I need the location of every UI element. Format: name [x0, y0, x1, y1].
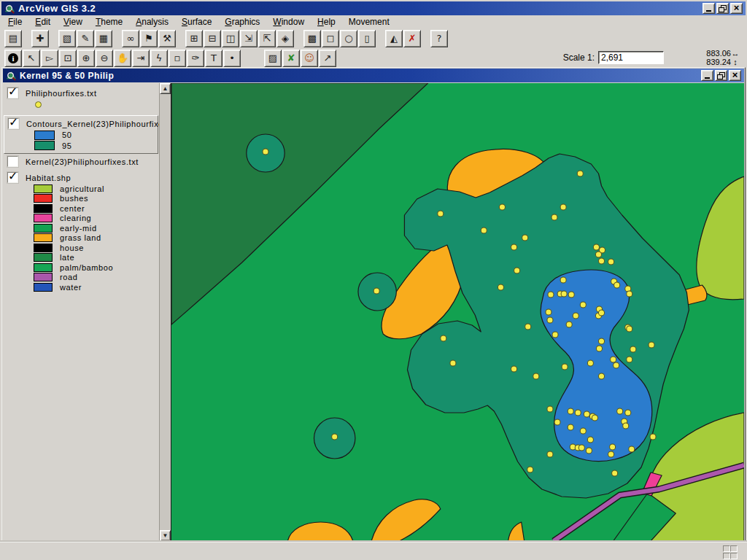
- draw-point-tool[interactable]: •: [223, 50, 241, 67]
- zoom-out-tool[interactable]: ⊖: [96, 50, 113, 67]
- delete-graphics-button[interactable]: ✗: [403, 30, 421, 47]
- view-restore-button[interactable]: [715, 70, 727, 81]
- zoom-selected-button[interactable]: ◫: [222, 30, 239, 47]
- map-drawing: [171, 83, 744, 541]
- menu-item-theme[interactable]: Theme: [89, 16, 129, 28]
- movement-face-tool[interactable]: ☺: [301, 50, 318, 67]
- fix-point: [617, 408, 623, 414]
- zoom-in-fixed-button[interactable]: ⇲: [240, 30, 258, 47]
- view-minimize-button[interactable]: [701, 70, 713, 81]
- view-titlebar[interactable]: Kernel 95 & 50 Philip: [3, 69, 744, 82]
- theme-checkbox[interactable]: [7, 156, 18, 167]
- color-swatch: [34, 204, 53, 213]
- legend-theme-kernel-23-philiphourfixes-txt: Kernel(23)Philiphourfixes.txt: [4, 154, 158, 170]
- legend-class-row: house: [34, 243, 156, 253]
- minimize-button[interactable]: [703, 3, 715, 14]
- color-swatch: [34, 253, 53, 262]
- zoom-out-fixed-button[interactable]: ⇱: [258, 30, 276, 47]
- restore-button[interactable]: [716, 3, 729, 14]
- view-close-button[interactable]: [729, 70, 741, 81]
- fix-point: [650, 434, 656, 440]
- movement-path-tool[interactable]: ↗: [319, 50, 336, 67]
- menu-item-view[interactable]: View: [57, 16, 89, 28]
- menu-item-file[interactable]: File: [1, 16, 28, 28]
- theme-checkbox[interactable]: ✓: [7, 88, 18, 98]
- class-label: bushes: [60, 194, 88, 203]
- edit-legend-button[interactable]: ✎: [77, 30, 94, 47]
- menu-item-analysis[interactable]: Analysis: [129, 16, 175, 28]
- legend-class-row: early-mid: [34, 223, 156, 233]
- help-pointer-button[interactable]: ?: [430, 30, 448, 47]
- vertex-edit-tool[interactable]: ▻: [41, 50, 58, 67]
- color-swatch: [34, 224, 53, 233]
- fix-point: [623, 423, 629, 429]
- text-tool[interactable]: T: [205, 50, 222, 67]
- menu-item-window[interactable]: Window: [266, 16, 311, 28]
- resize-grip[interactable]: [723, 545, 737, 559]
- color-swatch: [34, 283, 53, 292]
- theme-properties-button[interactable]: ▧: [58, 30, 76, 47]
- select-rectangle-button[interactable]: ◻: [322, 30, 339, 47]
- open-theme-table-button[interactable]: ▦: [95, 30, 112, 47]
- fix-point: [577, 171, 583, 176]
- menu-item-help[interactable]: Help: [311, 16, 342, 28]
- class-label: 50: [62, 131, 71, 139]
- theme-name[interactable]: Philiphourfixes.txt: [26, 89, 97, 98]
- scroll-down-icon[interactable]: ▼: [160, 530, 171, 541]
- close-button[interactable]: [730, 3, 743, 14]
- fix-point: [580, 428, 586, 434]
- area-of-interest-tool[interactable]: ▫: [169, 50, 186, 67]
- arcview-logo-icon: [6, 70, 17, 81]
- fix-point: [527, 467, 533, 472]
- add-theme-button[interactable]: ✚: [31, 30, 49, 47]
- pointer-tool[interactable]: ↖: [23, 50, 40, 67]
- theme-name[interactable]: Habitat.shp: [26, 174, 71, 182]
- legend-scrollbar[interactable]: ▲ ▼: [159, 83, 171, 541]
- pan-tool-icon: ✋: [117, 52, 128, 63]
- theme-checkbox[interactable]: ✓: [8, 118, 19, 129]
- find-button[interactable]: ∞: [122, 30, 139, 47]
- save-project-button[interactable]: ▤: [4, 30, 22, 47]
- fix-point: [533, 373, 539, 379]
- locate-address-button[interactable]: ⚑: [140, 30, 158, 47]
- fix-point: [547, 406, 553, 412]
- fix-point: [629, 446, 635, 452]
- xy-movement-tool[interactable]: ✘: [282, 50, 300, 67]
- map-canvas[interactable]: [171, 83, 744, 541]
- fix-point: [608, 451, 614, 457]
- identify-tool[interactable]: i: [4, 50, 22, 67]
- fix-point: [630, 346, 636, 352]
- menu-item-surface[interactable]: Surface: [175, 16, 218, 28]
- menu-item-edit[interactable]: Edit: [28, 16, 57, 28]
- zoom-box-tool[interactable]: ⊡: [59, 50, 77, 67]
- view-window: Kernel 95 & 50 Philip ✓Philiphourfixes.t…: [1, 67, 746, 542]
- scale-input[interactable]: [598, 51, 664, 64]
- hotlink-tool[interactable]: ϟ: [150, 50, 168, 67]
- measure-tool[interactable]: ⇥: [132, 50, 150, 67]
- zoom-active-theme-button[interactable]: ⊟: [204, 30, 221, 47]
- histogram-button[interactable]: ◭: [385, 30, 403, 47]
- pan-tool[interactable]: ✋: [114, 50, 131, 67]
- zoom-previous-button[interactable]: ◈: [276, 30, 294, 47]
- theme-name[interactable]: Kernel(23)Philiphourfixes.txt: [26, 158, 139, 166]
- app-titlebar: ArcView GIS 3.2: [1, 1, 746, 15]
- menu-item-movement[interactable]: Movement: [342, 16, 396, 28]
- theme-checkbox[interactable]: ✓: [7, 172, 18, 183]
- hatch-tool[interactable]: ▨: [264, 50, 282, 67]
- zoom-out-fixed-button-icon: ⇱: [263, 33, 271, 44]
- zoom-out-tool-icon: ⊖: [101, 52, 109, 63]
- fix-point: [575, 410, 581, 416]
- zoom-in-tool[interactable]: ⊕: [77, 50, 95, 67]
- legend-class-row: clearing: [34, 214, 156, 224]
- query-builder-button[interactable]: ⚒: [158, 30, 176, 47]
- scroll-up-icon[interactable]: ▲: [160, 83, 171, 94]
- theme-name[interactable]: Contours_Kernel(23)Philiphourfixes.: [26, 120, 159, 128]
- menu-item-graphics[interactable]: Graphics: [218, 16, 266, 28]
- select-pattern-button[interactable]: ▩: [303, 30, 321, 47]
- select-circle-button[interactable]: ○: [340, 30, 357, 47]
- fix-point: [561, 291, 567, 297]
- class-label: agricultural: [60, 184, 104, 193]
- select-graphic-button[interactable]: ▯: [358, 30, 376, 47]
- zoom-full-extent-button[interactable]: ⊞: [185, 30, 203, 47]
- callout-tool[interactable]: ✑: [187, 50, 204, 67]
